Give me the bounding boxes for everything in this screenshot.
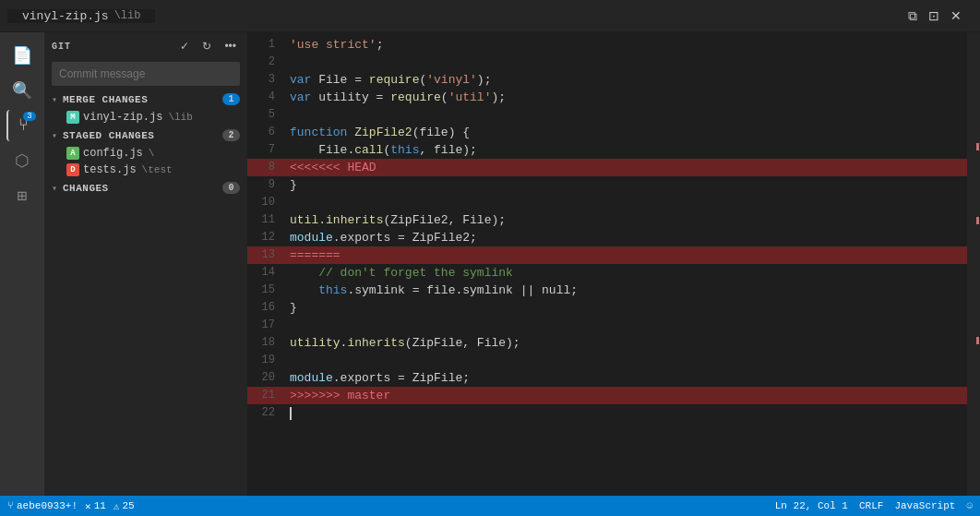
line-number: 12 [247,229,286,246]
split-editor-button[interactable]: ⧉ [904,6,921,26]
line-content: File.call(this, file); [286,141,967,159]
smiley-icon: ☺ [966,500,973,511]
warning-icon: ⚠ [114,500,120,512]
staged-tests-path: \test [142,164,173,175]
line-number: 14 [247,264,286,282]
line-content: var utility = require('util'); [286,89,967,106]
git-refresh-button[interactable]: ↻ [198,38,215,54]
line-content: utility.inherits(ZipFile, File); [286,334,967,352]
table-row: 3 var File = require('vinyl'); [247,71,967,89]
line-content: var File = require('vinyl'); [286,71,967,89]
table-row: 18 utility.inherits(ZipFile, File); [247,334,967,352]
table-row: 2 [247,54,967,71]
table-row: 5 [247,106,967,124]
files-icon: 📄 [12,45,32,66]
staged-config-icon: A [66,147,79,160]
search-icon: 🔍 [12,80,32,101]
table-row: 16 } [247,299,967,317]
line-number: 16 [247,299,286,317]
top-bar: vinyl-zip.js \lib ⧉ ⊡ ✕ [0,0,980,32]
status-bar: ⑂ aebe0933+! ✕ 11 ⚠ 25 Ln 22, Col 1 CRLF… [0,496,980,516]
changes-section[interactable]: ▾ CHANGES 0 [44,178,247,198]
table-row: 13 ======= [247,246,967,264]
activity-search[interactable]: 🔍 [6,75,38,106]
changes-chevron-icon: ▾ [52,183,63,194]
close-tab-button[interactable]: ✕ [947,6,965,25]
line-content [286,106,967,124]
code-area[interactable]: 1 'use strict'; 2 3 var File = require('… [247,32,967,496]
git-check-button[interactable]: ✓ [176,38,193,54]
merge-file-icon: M [66,111,79,124]
debug-icon: ⬡ [15,150,30,171]
activity-source-control[interactable]: ⑂ 3 [6,110,38,141]
git-more-button[interactable]: ••• [221,38,240,54]
line-number: 4 [247,89,286,106]
table-row: 4 var utility = require('util'); [247,89,967,106]
file-tab-path: \lib [114,9,141,22]
line-content: >>>>>>> master [286,387,967,404]
line-ending[interactable]: CRLF [859,500,883,511]
commit-message-input[interactable] [52,62,240,86]
line-content: function ZipFile2(file) { [286,124,967,141]
editor-layout-button[interactable]: ⊡ [925,6,943,25]
line-ending-text: CRLF [859,500,883,511]
table-row: 8 <<<<<<< HEAD [247,159,967,176]
activity-bar: 📄 🔍 ⑂ 3 ⬡ ⊞ [0,32,44,496]
cursor-position[interactable]: Ln 22, Col 1 [775,500,848,511]
line-content: 'use strict'; [286,36,967,54]
source-control-badge: 3 [23,112,36,121]
tab-icons: ⧉ ⊡ ✕ [904,6,973,26]
table-row: 22 [247,404,967,422]
merge-changes-badge: 1 [222,93,240,105]
line-content [286,194,967,211]
git-title: GIT [52,42,71,52]
branch-status[interactable]: ⑂ aebe0933+! [7,500,78,511]
status-left: ⑂ aebe0933+! ✕ 11 ⚠ 25 [7,500,135,512]
staged-file-config[interactable]: A config.js \ [44,145,247,162]
staged-chevron-icon: ▾ [52,130,63,141]
branch-name: aebe0933+! [17,500,78,511]
staged-changes-section[interactable]: ▾ STAGED CHANGES 2 [44,126,247,145]
line-content [286,317,967,334]
errors-status[interactable]: ✕ 11 [85,500,106,512]
table-row: 7 File.call(this, file); [247,141,967,159]
staged-file-tests[interactable]: D tests.js \test [44,162,247,178]
merge-changes-section[interactable]: ▾ MERGE CHANGES 1 [44,90,247,109]
line-content [286,54,967,71]
line-number: 2 [247,54,286,71]
table-row: 9 } [247,176,967,194]
line-number: 8 [247,159,286,176]
changes-label: CHANGES [63,183,109,194]
line-number: 15 [247,282,286,299]
table-row: 12 module.exports = ZipFile2; [247,229,967,246]
activity-files[interactable]: 📄 [6,40,38,71]
staged-config-path: \ [149,148,155,159]
activity-extensions[interactable]: ⊞ [6,180,38,211]
sidebar: GIT ✓ ↻ ••• ▾ MERGE CHANGES 1 M vinyl-zi… [44,32,247,496]
editor-area: 1 'use strict'; 2 3 var File = require('… [247,32,967,496]
staged-tests-icon: D [66,163,79,176]
line-number: 17 [247,317,286,334]
git-branch-icon: ⑂ [7,500,14,511]
staged-changes-label: STAGED CHANGES [63,130,154,141]
file-tab[interactable]: vinyl-zip.js \lib [7,9,156,23]
activity-debug[interactable]: ⬡ [6,145,38,176]
merge-file-vinyl-zip[interactable]: M vinyl-zip.js \lib [44,109,247,126]
extensions-icon: ⊞ [18,186,28,206]
line-number: 3 [247,71,286,89]
line-content: module.exports = ZipFile; [286,369,967,387]
line-content: ======= [286,246,967,264]
language-mode[interactable]: JavaScript [894,500,955,511]
table-row: 17 [247,317,967,334]
staged-changes-badge: 2 [222,129,240,141]
line-number: 6 [247,124,286,141]
warnings-status[interactable]: ⚠ 25 [114,500,135,512]
table-row: 1 'use strict'; [247,36,967,54]
changes-badge: 0 [222,182,240,194]
table-row: 10 [247,194,967,211]
language-text: JavaScript [894,500,955,511]
table-row: 6 function ZipFile2(file) { [247,124,967,141]
line-content [286,352,967,369]
table-row: 15 this.symlink = file.symlink || null; [247,282,967,299]
feedback-button[interactable]: ☺ [966,500,973,511]
